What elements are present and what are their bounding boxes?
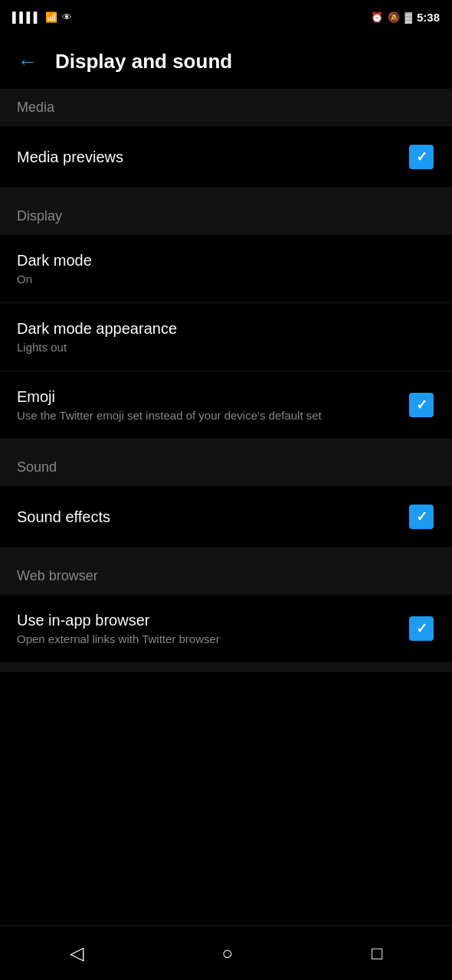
- setting-row-dark-mode[interactable]: Dark mode On: [0, 235, 452, 303]
- alarm-icon: ⏰: [371, 11, 383, 23]
- setting-row-in-app-browser[interactable]: Use in-app browser Open external links w…: [0, 595, 452, 663]
- section-header-web-browser: Web browser: [0, 557, 452, 595]
- time-display: 5:38: [417, 11, 440, 24]
- checkbox-sound-effects[interactable]: ✓: [408, 503, 435, 531]
- checkmark-emoji: ✓: [416, 397, 427, 413]
- navigation-bar: ◁ ○ □: [0, 925, 452, 980]
- checkbox-checked-in-app-browser: ✓: [409, 616, 434, 641]
- setting-row-dark-mode-appearance[interactable]: Dark mode appearance Lights out: [0, 303, 452, 371]
- battery-icon: ▓: [405, 11, 411, 23]
- section-header-sound: Sound: [0, 449, 452, 486]
- setting-content-dark-mode: Dark mode On: [17, 252, 435, 286]
- top-bar: ← Display and sound: [0, 34, 452, 89]
- settings-content: Media Media previews ✓ Display Dark mode…: [0, 89, 452, 727]
- checkmark-sound-effects: ✓: [416, 508, 427, 525]
- mute-icon: 🔕: [388, 11, 400, 23]
- setting-row-sound-effects[interactable]: Sound effects ✓: [0, 486, 452, 548]
- divider-after-media: [0, 188, 452, 198]
- nav-home-icon[interactable]: ○: [222, 942, 234, 964]
- setting-title-media-previews: Media previews: [17, 149, 395, 166]
- wifi-icon: 📶: [45, 11, 57, 23]
- divider-after-display: [0, 439, 452, 449]
- page-title: Display and sound: [55, 50, 232, 74]
- setting-content-sound-effects: Sound effects: [17, 508, 408, 526]
- setting-subtitle-dark-mode: On: [17, 273, 423, 286]
- setting-subtitle-in-app-browser: Open external links with Twitter browser: [17, 632, 395, 645]
- back-arrow-icon: ←: [18, 50, 38, 74]
- setting-row-media-previews[interactable]: Media previews ✓: [0, 126, 452, 188]
- section-header-display: Display: [0, 198, 452, 235]
- checkmark-media-previews: ✓: [416, 149, 427, 165]
- divider-after-sound: [0, 548, 452, 557]
- status-left: ▌▌▌▌ 📶 👁: [12, 11, 72, 23]
- setting-subtitle-dark-mode-appearance: Lights out: [17, 341, 423, 354]
- setting-subtitle-emoji: Use the Twitter emoji set instead of you…: [17, 409, 395, 422]
- eye-icon: 👁: [62, 11, 72, 23]
- checkbox-emoji[interactable]: ✓: [408, 391, 435, 419]
- setting-title-dark-mode-appearance: Dark mode appearance: [17, 320, 423, 338]
- checkbox-checked-sound-effects: ✓: [409, 505, 434, 529]
- checkbox-media-previews[interactable]: ✓: [408, 143, 435, 171]
- section-header-media: Media: [0, 89, 452, 126]
- setting-title-in-app-browser: Use in-app browser: [17, 612, 395, 629]
- checkbox-in-app-browser[interactable]: ✓: [408, 615, 435, 642]
- setting-content-dark-mode-appearance: Dark mode appearance Lights out: [17, 320, 435, 354]
- setting-content-emoji: Emoji Use the Twitter emoji set instead …: [17, 388, 408, 422]
- nav-recents-icon[interactable]: □: [372, 942, 383, 964]
- nav-back-icon[interactable]: ◁: [70, 942, 84, 964]
- checkmark-in-app-browser: ✓: [416, 620, 427, 637]
- checkbox-checked-media-previews: ✓: [409, 145, 434, 169]
- setting-title-emoji: Emoji: [17, 388, 395, 406]
- setting-content-media-previews: Media previews: [17, 149, 408, 166]
- setting-row-emoji[interactable]: Emoji Use the Twitter emoji set instead …: [0, 371, 452, 439]
- checkbox-checked-emoji: ✓: [409, 393, 434, 417]
- divider-after-web-browser: [0, 663, 452, 672]
- setting-title-sound-effects: Sound effects: [17, 508, 395, 526]
- signal-icon: ▌▌▌▌: [12, 11, 41, 23]
- setting-title-dark-mode: Dark mode: [17, 252, 423, 270]
- status-bar: ▌▌▌▌ 📶 👁 ⏰ 🔕 ▓ 5:38: [0, 0, 452, 34]
- back-button[interactable]: ←: [12, 46, 43, 77]
- setting-content-in-app-browser: Use in-app browser Open external links w…: [17, 612, 408, 645]
- status-right: ⏰ 🔕 ▓ 5:38: [371, 11, 440, 24]
